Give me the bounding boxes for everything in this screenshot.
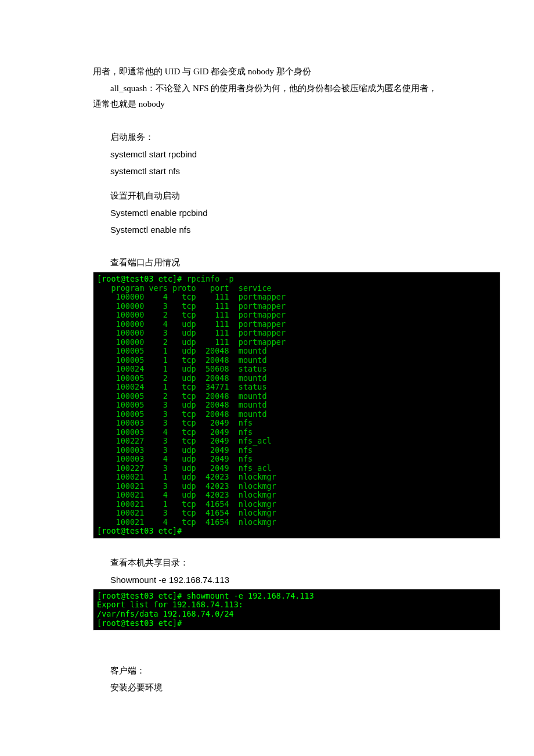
cmd-showmount: Showmount -e 192.168.74.113 <box>93 572 441 588</box>
heading-enable-boot: 设置开机自动启动 <box>93 188 441 204</box>
body-text-uid-gid: 用者，即通常他的 UID 与 GID 都会变成 nobody 那个身份 <box>93 64 441 80</box>
terminal-rpcinfo: [root@test03 etc]# rpcinfo -p program ve… <box>93 272 500 539</box>
heading-start-service: 启动服务： <box>93 129 441 145</box>
heading-port-usage: 查看端口占用情况 <box>93 255 441 271</box>
cmd-systemctl-enable-rpcbind: Systemctl enable rpcbind <box>93 205 441 221</box>
cmd-systemctl-start-rpcbind: systemctl start rpcbind <box>93 146 441 162</box>
cmd-systemctl-enable-nfs: Systemctl enable nfs <box>93 222 441 237</box>
heading-install-env: 安装必要环境 <box>93 680 441 696</box>
body-text-all-squash: all_squash：不论登入 NFS 的使用者身份为何，他的身份都会被压缩成为… <box>93 81 441 112</box>
terminal-showmount: [root@test03 etc]# showmount -e 192.168.… <box>93 589 500 631</box>
cmd-systemctl-start-nfs: systemctl start nfs <box>93 163 441 179</box>
heading-client: 客户端： <box>93 663 441 679</box>
heading-show-share: 查看本机共享目录： <box>93 555 441 571</box>
